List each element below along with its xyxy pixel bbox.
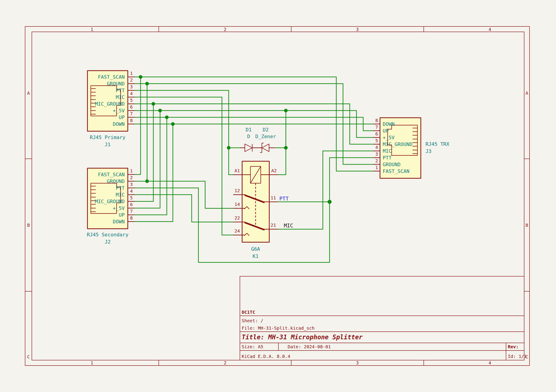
- frame-row-label: C: [27, 354, 30, 360]
- pin-number: 5: [375, 138, 378, 143]
- pin-name: PTT: [116, 185, 125, 191]
- frame-col-label: 3: [356, 360, 359, 366]
- frame-col-label: 2: [224, 27, 226, 32]
- pin-number: 8: [130, 215, 133, 221]
- pin-name: PTT: [383, 155, 392, 161]
- title-block-date: Date: 2024-08-01: [288, 344, 331, 349]
- frame-col-label: 1: [91, 360, 93, 366]
- title-block-border: [240, 276, 524, 360]
- d1-ref: D1: [246, 127, 252, 133]
- wire-mic-primary-to-no24[interactable]: [134, 97, 233, 235]
- pin-number: 21: [270, 222, 276, 228]
- pin-number: 7: [130, 209, 133, 214]
- frame-row-label: A: [27, 90, 30, 96]
- frame-col-label: 2: [224, 360, 226, 366]
- pin-name: GROUND: [107, 81, 125, 86]
- j1-ref: J1: [105, 142, 111, 147]
- pin-name: FAST_SCAN: [98, 74, 125, 80]
- diode-d2[interactable]: D2 D_Zener: [255, 127, 276, 152]
- pin-name: MIC_GROUND: [95, 199, 125, 204]
- junction[interactable]: [284, 146, 288, 149]
- pin-number: 7: [375, 125, 378, 130]
- d2-value: D_Zener: [255, 134, 276, 139]
- j2-ref: J2: [105, 239, 111, 245]
- wire-up-j2-branch[interactable]: [134, 117, 167, 215]
- pin-number: 7: [130, 111, 133, 116]
- connector-j1[interactable]: 1 2 3 4 5 6 7 8 FAST_SCAN GROUND PTT MIC…: [87, 71, 134, 147]
- pin-number: 22: [234, 215, 240, 221]
- title-block-size: Size: A5: [242, 344, 263, 349]
- wire-5v-to-coil-a2[interactable]: [278, 110, 286, 175]
- pin-number: 11: [270, 195, 276, 201]
- pin-number: 12: [234, 188, 240, 193]
- junction[interactable]: [139, 75, 142, 79]
- pin-number: 6: [375, 131, 378, 137]
- diode-icon[interactable]: [245, 144, 252, 152]
- connector-j3[interactable]: 8 7 6 5 4 3 2 1 DOWN UP +_5V MIC_GROUND …: [373, 118, 449, 178]
- pin-number: A1: [234, 168, 240, 173]
- wire-ground-j2-branch[interactable]: [134, 84, 233, 208]
- junction[interactable]: [171, 122, 175, 126]
- schematic-sheet: 1 2 3 4 1 2 3 4 A B C A B C DC1TC Sheet:…: [0, 0, 556, 392]
- net-label-ptt[interactable]: PTT: [279, 196, 289, 202]
- title-block-sheet: Sheet: /: [242, 318, 263, 323]
- connector-j2[interactable]: 1 2 3 4 5 6 7 8 FAST_SCAN GROUND PTT MIC…: [87, 168, 134, 245]
- pin-name: +_5V: [113, 108, 125, 113]
- wire-relay-21-mic[interactable]: [278, 151, 373, 229]
- pin-number: 6: [130, 104, 133, 110]
- junction[interactable]: [145, 82, 149, 86]
- frame-row-label: A: [525, 90, 528, 96]
- wire-mic-ground-j2-branch[interactable]: [134, 104, 153, 201]
- pin-name: +_5V: [113, 205, 125, 211]
- junction[interactable]: [152, 102, 155, 106]
- frame-col-label: 4: [488, 360, 491, 366]
- junction[interactable]: [328, 200, 332, 204]
- j3-value: RJ45 TRX: [425, 141, 449, 147]
- frame-row-label: B: [525, 222, 528, 228]
- diode-d1[interactable]: D1 D: [240, 127, 262, 152]
- pin-number: 5: [130, 98, 133, 103]
- title-block-id: Id: 1/1: [508, 354, 527, 359]
- pin-number: 1: [130, 168, 133, 173]
- pin-number: 1: [375, 165, 378, 170]
- frame-row-label: B: [27, 222, 30, 228]
- j2-value: RJ45 Secondary: [87, 232, 128, 237]
- frame-col-label: 3: [356, 27, 359, 32]
- pin-number: 8: [375, 118, 378, 123]
- title-block-generator: KiCad E.D.A. 8.0.4: [242, 354, 290, 359]
- junction[interactable]: [284, 109, 288, 112]
- wire-junctions[interactable]: [139, 75, 332, 204]
- pin-number: A2: [271, 168, 277, 173]
- title-block-rev: Rev:: [508, 344, 518, 349]
- pin-name: MIC: [116, 192, 125, 197]
- pin-number: 4: [130, 188, 133, 194]
- net-label-mic[interactable]: MIC: [284, 223, 293, 228]
- title-block-title: Title: MH-31 Microphone Splitter: [242, 333, 363, 341]
- pin-number: 2: [375, 158, 378, 164]
- title-block-file: File: MH-31-Split.kicad_sch: [242, 325, 315, 331]
- title-block-company: DC1TC: [242, 309, 255, 315]
- k1-value: G6A: [251, 246, 260, 252]
- pin-name: DOWN: [113, 121, 125, 127]
- pin-number: 8: [130, 118, 133, 123]
- pin-number: 3: [375, 151, 378, 157]
- pin-number: 3: [130, 84, 133, 89]
- pin-name: GROUND: [383, 162, 400, 167]
- wire-fast-scan-j2-branch[interactable]: [134, 77, 140, 174]
- pin-name: MIC_GROUND: [95, 101, 125, 107]
- relay-k1[interactable]: A1 A2 12 14 22 24 11 21 G6A K1: [233, 161, 278, 259]
- frame-col-label: 1: [91, 27, 93, 32]
- j1-value: RJ45 Primary: [90, 134, 125, 140]
- pin-number: 2: [130, 175, 133, 180]
- wire-ptt-primary-to-coil[interactable]: [134, 90, 233, 175]
- junction[interactable]: [145, 180, 149, 183]
- junction[interactable]: [227, 146, 231, 149]
- junction[interactable]: [158, 109, 162, 112]
- junction[interactable]: [165, 116, 169, 119]
- d2-ref: D2: [263, 127, 269, 133]
- pin-name: MIC: [383, 148, 392, 154]
- pin-number: 1: [130, 71, 133, 76]
- pin-number: 4: [375, 145, 378, 150]
- pin-name: DOWN: [383, 121, 394, 127]
- pin-number: 14: [234, 202, 240, 207]
